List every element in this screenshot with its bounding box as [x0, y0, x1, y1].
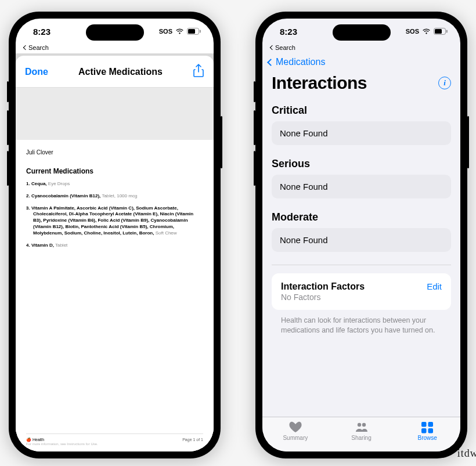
phone-right: 8:23 SOS Search Medications Interactions…: [255, 12, 467, 458]
tab-label: Summary: [283, 435, 308, 441]
search-back-label: Search: [28, 44, 49, 51]
modal-preview-gap: [16, 88, 214, 140]
dynamic-island: [333, 24, 391, 41]
medication-item: 3. Vitamin A Palmitate, Ascorbic Acid (V…: [26, 205, 203, 237]
chevron-left-icon: [23, 45, 28, 50]
wifi-icon: [422, 28, 431, 35]
severity-result-critical[interactable]: None Found: [272, 121, 451, 145]
tab-sharing[interactable]: Sharing: [329, 421, 395, 441]
active-medications-modal: Done Active Medications Juli Clover Curr…: [16, 56, 214, 451]
svg-rect-10: [421, 428, 427, 434]
back-to-medications[interactable]: Medications: [262, 53, 460, 70]
document-user-name: Juli Clover: [26, 149, 203, 156]
severity-result-moderate[interactable]: None Found: [272, 228, 451, 252]
done-button[interactable]: Done: [25, 67, 48, 77]
tab-browse[interactable]: Browse: [394, 421, 460, 441]
modal-title: Active Medications: [78, 67, 163, 77]
factors-subtitle: No Factors: [281, 292, 365, 302]
svg-rect-11: [428, 428, 434, 434]
medication-item: 1. Cequa, Eye Drops: [26, 181, 203, 187]
chevron-left-icon: [270, 45, 275, 50]
page-title: Interactions: [272, 73, 367, 93]
tab-label: Sharing: [351, 435, 371, 441]
document-page-number: Page 1 of 1: [182, 438, 203, 446]
interaction-factors-card[interactable]: Interaction Factors No Factors Edit: [272, 273, 451, 310]
info-button[interactable]: i: [438, 77, 451, 89]
heart-icon: [289, 421, 302, 434]
svg-rect-2: [200, 30, 201, 33]
status-sos: SOS: [159, 28, 172, 35]
medication-item: 2. Cyanocobalamin (Vitamin B12), Tablet,…: [26, 193, 203, 200]
status-sos: SOS: [406, 28, 419, 35]
document-preview[interactable]: Juli Clover Current Medications 1. Cequa…: [16, 140, 214, 451]
severity-heading-serious: Serious: [272, 158, 451, 170]
tab-bar: Summary Sharing Browse: [262, 417, 460, 451]
svg-rect-8: [421, 422, 427, 427]
wifi-icon: [175, 28, 184, 35]
document-section-heading: Current Medications: [26, 167, 203, 175]
status-time: 8:23: [280, 27, 297, 37]
medication-item: 4. Vitamin D, Tablet: [26, 243, 203, 249]
svg-rect-1: [188, 29, 195, 34]
battery-icon: [434, 28, 448, 35]
grid-icon: [420, 421, 434, 434]
search-back-label: Search: [275, 44, 295, 51]
svg-rect-4: [435, 29, 442, 34]
watermark: itdw.cn: [457, 447, 476, 460]
search-back-link[interactable]: Search: [16, 44, 214, 53]
back-label: Medications: [276, 57, 325, 67]
battery-icon: [187, 28, 201, 35]
svg-point-6: [357, 423, 360, 427]
share-button[interactable]: [193, 64, 204, 80]
svg-point-7: [362, 423, 365, 427]
phone-left: 8:23 SOS Search Done Active Medications: [9, 12, 221, 458]
severity-result-serious[interactable]: None Found: [272, 175, 451, 198]
edit-factors-button[interactable]: Edit: [427, 281, 442, 291]
tab-label: Browse: [418, 435, 437, 441]
tab-summary[interactable]: Summary: [262, 421, 329, 441]
chevron-left-icon: [267, 59, 275, 66]
search-back-link[interactable]: Search: [262, 44, 460, 53]
svg-rect-5: [446, 30, 448, 33]
dynamic-island: [86, 24, 144, 41]
svg-rect-9: [428, 422, 434, 427]
severity-heading-critical: Critical: [272, 104, 451, 117]
severity-heading-moderate: Moderate: [272, 211, 451, 223]
document-footer: 🍎 Health For more information, see Instr…: [26, 434, 203, 446]
factors-title: Interaction Factors: [281, 281, 365, 292]
people-icon: [355, 421, 369, 434]
status-time: 8:23: [33, 27, 51, 37]
factors-note: Health can look for interactions between…: [272, 310, 451, 335]
